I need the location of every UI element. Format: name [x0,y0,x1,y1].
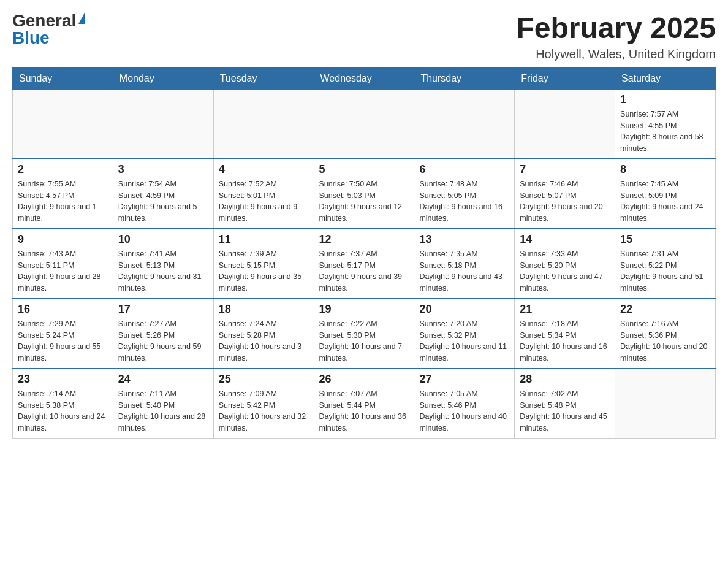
day-info: Sunrise: 7:41 AMSunset: 5:13 PMDaylight:… [118,248,208,294]
day-number: 1 [620,93,710,106]
header-thursday: Thursday [414,67,515,89]
day-number: 27 [419,373,509,386]
calendar-cell: 2Sunrise: 7:55 AMSunset: 4:57 PMDaylight… [13,159,113,229]
calendar-cell: 22Sunrise: 7:16 AMSunset: 5:36 PMDayligh… [615,299,716,369]
day-number: 9 [18,233,108,246]
calendar-cell: 9Sunrise: 7:43 AMSunset: 5:11 PMDaylight… [13,229,113,299]
calendar-cell: 3Sunrise: 7:54 AMSunset: 4:59 PMDaylight… [113,159,213,229]
day-info: Sunrise: 7:33 AMSunset: 5:20 PMDaylight:… [520,248,610,294]
day-info: Sunrise: 7:55 AMSunset: 4:57 PMDaylight:… [18,178,108,224]
calendar-cell: 24Sunrise: 7:11 AMSunset: 5:40 PMDayligh… [113,369,213,439]
calendar-cell: 14Sunrise: 7:33 AMSunset: 5:20 PMDayligh… [515,229,615,299]
day-number: 21 [520,303,610,316]
day-info: Sunrise: 7:18 AMSunset: 5:34 PMDaylight:… [520,318,610,364]
calendar-cell: 19Sunrise: 7:22 AMSunset: 5:30 PMDayligh… [314,299,414,369]
calendar-cell [113,89,213,159]
calendar-cell: 1Sunrise: 7:57 AMSunset: 4:55 PMDaylight… [615,89,716,159]
day-info: Sunrise: 7:02 AMSunset: 5:48 PMDaylight:… [520,388,610,434]
day-number: 23 [18,373,108,386]
day-number: 18 [219,303,309,316]
day-info: Sunrise: 7:16 AMSunset: 5:36 PMDaylight:… [620,318,710,364]
day-number: 5 [319,163,409,176]
day-info: Sunrise: 7:50 AMSunset: 5:03 PMDaylight:… [319,178,409,224]
day-number: 3 [118,163,208,176]
calendar-cell: 8Sunrise: 7:45 AMSunset: 5:09 PMDaylight… [615,159,716,229]
calendar-week-row: 9Sunrise: 7:43 AMSunset: 5:11 PMDaylight… [13,229,716,299]
logo-general: General [12,12,76,29]
header-friday: Friday [515,67,615,89]
calendar-header-row: Sunday Monday Tuesday Wednesday Thursday… [13,67,716,89]
calendar-cell: 6Sunrise: 7:48 AMSunset: 5:05 PMDaylight… [414,159,515,229]
day-info: Sunrise: 7:29 AMSunset: 5:24 PMDaylight:… [18,318,108,364]
day-number: 11 [219,233,309,246]
day-number: 6 [419,163,509,176]
calendar-cell [213,89,314,159]
header-wednesday: Wednesday [314,67,414,89]
day-number: 12 [319,233,409,246]
day-info: Sunrise: 7:31 AMSunset: 5:22 PMDaylight:… [620,248,710,294]
day-number: 22 [620,303,710,316]
day-number: 19 [319,303,409,316]
calendar-cell [515,89,615,159]
day-info: Sunrise: 7:09 AMSunset: 5:42 PMDaylight:… [219,388,309,434]
day-info: Sunrise: 7:37 AMSunset: 5:17 PMDaylight:… [319,248,409,294]
calendar-cell: 18Sunrise: 7:24 AMSunset: 5:28 PMDayligh… [213,299,314,369]
calendar-cell: 11Sunrise: 7:39 AMSunset: 5:15 PMDayligh… [213,229,314,299]
location: Holywell, Wales, United Kingdom [516,47,716,61]
calendar-cell [615,369,716,439]
day-info: Sunrise: 7:11 AMSunset: 5:40 PMDaylight:… [118,388,208,434]
day-number: 16 [18,303,108,316]
day-info: Sunrise: 7:43 AMSunset: 5:11 PMDaylight:… [18,248,108,294]
calendar-cell: 10Sunrise: 7:41 AMSunset: 5:13 PMDayligh… [113,229,213,299]
logo-triangle-icon [78,13,85,24]
day-info: Sunrise: 7:54 AMSunset: 4:59 PMDaylight:… [118,178,208,224]
calendar-cell: 5Sunrise: 7:50 AMSunset: 5:03 PMDaylight… [314,159,414,229]
calendar-week-row: 1Sunrise: 7:57 AMSunset: 4:55 PMDaylight… [13,89,716,159]
day-number: 17 [118,303,208,316]
day-number: 26 [319,373,409,386]
day-info: Sunrise: 7:39 AMSunset: 5:15 PMDaylight:… [219,248,309,294]
calendar-cell: 23Sunrise: 7:14 AMSunset: 5:38 PMDayligh… [13,369,113,439]
day-number: 20 [419,303,509,316]
calendar-cell: 25Sunrise: 7:09 AMSunset: 5:42 PMDayligh… [213,369,314,439]
calendar-cell [13,89,113,159]
day-number: 25 [219,373,309,386]
day-number: 13 [419,233,509,246]
day-info: Sunrise: 7:20 AMSunset: 5:32 PMDaylight:… [419,318,509,364]
day-info: Sunrise: 7:27 AMSunset: 5:26 PMDaylight:… [118,318,208,364]
calendar-cell [314,89,414,159]
title-section: February 2025 Holywell, Wales, United Ki… [516,12,716,61]
calendar-cell: 15Sunrise: 7:31 AMSunset: 5:22 PMDayligh… [615,229,716,299]
day-info: Sunrise: 7:14 AMSunset: 5:38 PMDaylight:… [18,388,108,434]
calendar-cell: 7Sunrise: 7:46 AMSunset: 5:07 PMDaylight… [515,159,615,229]
day-info: Sunrise: 7:57 AMSunset: 4:55 PMDaylight:… [620,109,710,155]
header-monday: Monday [113,67,213,89]
calendar-cell: 27Sunrise: 7:05 AMSunset: 5:46 PMDayligh… [414,369,515,439]
day-number: 15 [620,233,710,246]
day-info: Sunrise: 7:07 AMSunset: 5:44 PMDaylight:… [319,388,409,434]
calendar-week-row: 23Sunrise: 7:14 AMSunset: 5:38 PMDayligh… [13,369,716,439]
day-number: 14 [520,233,610,246]
calendar-table: Sunday Monday Tuesday Wednesday Thursday… [12,67,716,439]
calendar-week-row: 2Sunrise: 7:55 AMSunset: 4:57 PMDaylight… [13,159,716,229]
day-number: 4 [219,163,309,176]
calendar-week-row: 16Sunrise: 7:29 AMSunset: 5:24 PMDayligh… [13,299,716,369]
day-number: 24 [118,373,208,386]
day-number: 7 [520,163,610,176]
month-title: February 2025 [516,12,716,45]
day-number: 8 [620,163,710,176]
day-info: Sunrise: 7:24 AMSunset: 5:28 PMDaylight:… [219,318,309,364]
day-info: Sunrise: 7:45 AMSunset: 5:09 PMDaylight:… [620,178,710,224]
calendar-cell: 17Sunrise: 7:27 AMSunset: 5:26 PMDayligh… [113,299,213,369]
page-header: General Blue February 2025 Holywell, Wal… [12,12,716,61]
day-info: Sunrise: 7:05 AMSunset: 5:46 PMDaylight:… [419,388,509,434]
logo-blue: Blue [12,29,50,47]
day-info: Sunrise: 7:46 AMSunset: 5:07 PMDaylight:… [520,178,610,224]
day-info: Sunrise: 7:22 AMSunset: 5:30 PMDaylight:… [319,318,409,364]
calendar-cell: 4Sunrise: 7:52 AMSunset: 5:01 PMDaylight… [213,159,314,229]
header-sunday: Sunday [13,67,113,89]
day-number: 10 [118,233,208,246]
header-saturday: Saturday [615,67,716,89]
calendar-cell: 16Sunrise: 7:29 AMSunset: 5:24 PMDayligh… [13,299,113,369]
calendar-cell: 13Sunrise: 7:35 AMSunset: 5:18 PMDayligh… [414,229,515,299]
